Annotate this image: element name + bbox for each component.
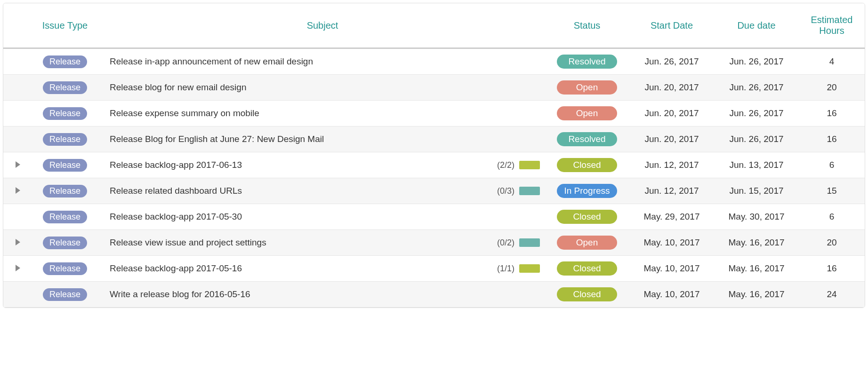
issue-type-badge: Release <box>43 133 87 146</box>
status-badge: Closed <box>557 261 617 276</box>
subject-text[interactable]: Release blog for new email design <box>110 82 540 93</box>
subject-text[interactable]: Write a release blog for 2016-05-16 <box>110 289 540 300</box>
status-cell: Closed <box>545 152 629 178</box>
due-date-cell: Jun. 26, 2017 <box>714 75 799 101</box>
progress-bar <box>519 264 540 273</box>
subject-cell[interactable]: Release blog for new email design <box>100 75 545 101</box>
expand-cell[interactable] <box>3 178 30 204</box>
estimated-hours-cell: 6 <box>799 204 865 230</box>
subject-cell[interactable]: Release Blog for English at June 27: New… <box>100 126 545 152</box>
subject-cell[interactable]: Release backlog-app 2017-05-30 <box>100 204 545 230</box>
expand-cell[interactable] <box>3 152 30 178</box>
issue-type-badge: Release <box>43 211 87 223</box>
issue-table: Issue Type Subject Status Start Date Due… <box>3 3 865 308</box>
subject-text[interactable]: Release Blog for English at June 27: New… <box>110 134 540 144</box>
subject-cell[interactable]: Release related dashboard URLs(0/3) <box>100 178 545 204</box>
issue-type-cell: Release <box>30 126 100 152</box>
estimated-hours-cell: 20 <box>799 75 865 101</box>
expand-cell <box>3 126 30 152</box>
col-due-date-header[interactable]: Due date <box>714 3 799 48</box>
subject-text[interactable]: Release related dashboard URLs <box>110 186 492 196</box>
due-date-cell: May. 16, 2017 <box>714 230 799 256</box>
expand-cell <box>3 75 30 101</box>
start-date-cell: May. 10, 2017 <box>629 256 714 282</box>
col-issue-type-header[interactable]: Issue Type <box>30 3 100 48</box>
expand-cell[interactable] <box>3 256 30 282</box>
estimated-hours-cell: 16 <box>799 256 865 282</box>
issue-type-cell: Release <box>30 178 100 204</box>
status-cell: Open <box>545 101 629 126</box>
progress-bar <box>519 238 540 247</box>
estimated-hours-cell: 6 <box>799 152 865 178</box>
subtask-count: (2/2) <box>497 160 514 170</box>
table-row[interactable]: ReleaseRelease expense summary on mobile… <box>3 101 865 126</box>
due-date-cell: Jun. 15, 2017 <box>714 178 799 204</box>
subject-text[interactable]: Release expense summary on mobile <box>110 108 540 118</box>
status-badge: Resolved <box>557 132 617 146</box>
expand-icon[interactable] <box>16 161 20 168</box>
issue-type-cell: Release <box>30 75 100 101</box>
expand-icon[interactable] <box>16 239 20 245</box>
issue-type-badge: Release <box>43 159 87 172</box>
table-header-row: Issue Type Subject Status Start Date Due… <box>3 3 865 48</box>
due-date-cell: Jun. 26, 2017 <box>714 48 799 75</box>
status-badge: Open <box>557 236 617 250</box>
status-badge: Closed <box>557 158 617 172</box>
table-row[interactable]: ReleaseWrite a release blog for 2016-05-… <box>3 282 865 308</box>
due-date-cell: May. 16, 2017 <box>714 256 799 282</box>
col-subject-header[interactable]: Subject <box>100 3 545 48</box>
issue-type-badge: Release <box>43 107 87 120</box>
subject-cell[interactable]: Release in-app announcement of new email… <box>100 48 545 75</box>
col-status-header[interactable]: Status <box>545 3 629 48</box>
expand-cell <box>3 282 30 308</box>
table-row[interactable]: ReleaseRelease backlog-app 2017-05-30Clo… <box>3 204 865 230</box>
expand-icon[interactable] <box>16 187 20 194</box>
subject-cell[interactable]: Release backlog-app 2017-05-16(1/1) <box>100 256 545 282</box>
table-row[interactable]: ReleaseRelease in-app announcement of ne… <box>3 48 865 75</box>
subject-text[interactable]: Release backlog-app 2017-06-13 <box>110 160 492 170</box>
table-row[interactable]: ReleaseRelease Blog for English at June … <box>3 126 865 152</box>
issue-type-cell: Release <box>30 230 100 256</box>
start-date-cell: May. 10, 2017 <box>629 282 714 308</box>
due-date-cell: May. 30, 2017 <box>714 204 799 230</box>
status-badge: Closed <box>557 210 617 224</box>
subtask-count: (1/1) <box>497 264 514 274</box>
table-row[interactable]: ReleaseRelease view issue and project se… <box>3 230 865 256</box>
subject-text[interactable]: Release backlog-app 2017-05-16 <box>110 263 492 274</box>
estimated-hours-cell: 24 <box>799 282 865 308</box>
issue-type-badge: Release <box>43 262 87 275</box>
status-cell: Open <box>545 75 629 101</box>
estimated-hours-cell: 4 <box>799 48 865 75</box>
subject-cell[interactable]: Release view issue and project settings(… <box>100 230 545 256</box>
issue-type-badge: Release <box>43 185 87 197</box>
subject-cell[interactable]: Write a release blog for 2016-05-16 <box>100 282 545 308</box>
col-estimated-hours-header[interactable]: Estimated Hours <box>799 3 865 48</box>
issue-type-cell: Release <box>30 282 100 308</box>
issue-type-badge: Release <box>43 288 87 301</box>
table-row[interactable]: ReleaseRelease backlog-app 2017-05-16(1/… <box>3 256 865 282</box>
expand-cell[interactable] <box>3 230 30 256</box>
subject-cell[interactable]: Release expense summary on mobile <box>100 101 545 126</box>
estimated-hours-cell: 15 <box>799 178 865 204</box>
table-row[interactable]: ReleaseRelease blog for new email design… <box>3 75 865 101</box>
subject-text[interactable]: Release backlog-app 2017-05-30 <box>110 212 540 222</box>
start-date-cell: May. 29, 2017 <box>629 204 714 230</box>
col-start-date-header[interactable]: Start Date <box>629 3 714 48</box>
status-cell: Open <box>545 230 629 256</box>
issue-type-badge: Release <box>43 81 87 94</box>
expand-icon[interactable] <box>16 265 20 271</box>
subtask-count: (0/3) <box>497 186 514 196</box>
subject-text[interactable]: Release in-app announcement of new email… <box>110 56 540 67</box>
issue-type-cell: Release <box>30 101 100 126</box>
status-cell: Closed <box>545 256 629 282</box>
subject-text[interactable]: Release view issue and project settings <box>110 237 492 248</box>
start-date-cell: Jun. 20, 2017 <box>629 101 714 126</box>
progress-bar <box>519 161 540 169</box>
table-row[interactable]: ReleaseRelease related dashboard URLs(0/… <box>3 178 865 204</box>
table-row[interactable]: ReleaseRelease backlog-app 2017-06-13(2/… <box>3 152 865 178</box>
progress-bar <box>519 187 540 195</box>
issue-type-cell: Release <box>30 256 100 282</box>
subject-cell[interactable]: Release backlog-app 2017-06-13(2/2) <box>100 152 545 178</box>
start-date-cell: May. 10, 2017 <box>629 230 714 256</box>
start-date-cell: Jun. 12, 2017 <box>629 152 714 178</box>
